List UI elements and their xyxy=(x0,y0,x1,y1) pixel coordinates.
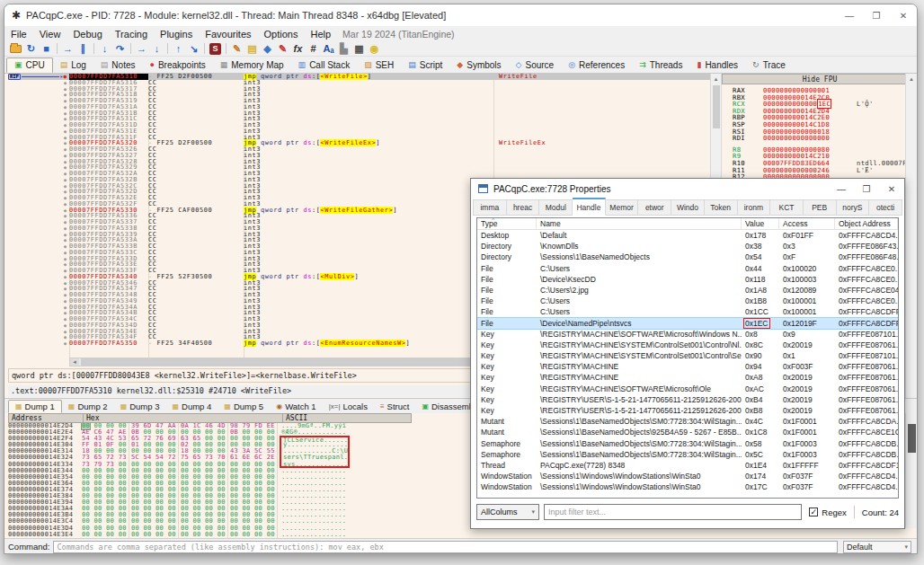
menu-favourites[interactable]: Favourites xyxy=(199,29,257,40)
tab-trace[interactable]: ↻Trace xyxy=(745,57,793,73)
column-access[interactable]: Access xyxy=(779,218,835,229)
regex-checkbox[interactable]: ✓ xyxy=(809,508,818,516)
tab-dump-5[interactable]: ▦Dump 5 xyxy=(218,400,270,413)
handle-row[interactable]: WindowStation\Sessions\1\Windows\WindowS… xyxy=(477,471,898,481)
calculator-icon[interactable]: ▦ xyxy=(351,42,367,56)
column-type[interactable]: Type˄ xyxy=(477,218,537,229)
column-value[interactable]: Value xyxy=(742,218,779,229)
handle-row[interactable]: Mutant\Sessions\1\BaseNamedObjects\SM0:7… xyxy=(477,416,898,427)
handle-row[interactable]: FileC:\Users0x440x1000200xFFFFCA8CE0... xyxy=(477,263,898,274)
run-to-user-code-icon[interactable]: ↘ xyxy=(186,42,201,56)
tab-watch-1[interactable]: ◉Watch 1 xyxy=(270,400,322,413)
scroll-up-arrow-icon[interactable]: ▴ xyxy=(711,74,721,84)
menu-debug[interactable]: Debug xyxy=(67,29,108,40)
run-icon[interactable]: → xyxy=(60,42,76,56)
handle-row[interactable]: Directory\KnownDlls0x380x30xFFFFE086F43.… xyxy=(477,241,898,252)
handle-row[interactable]: Key\REGISTRY\USER\S-1-5-21-1477065611-21… xyxy=(477,394,898,405)
dump-column-hex[interactable]: Hex xyxy=(84,413,283,423)
tab-cpu[interactable]: ▣CPU xyxy=(6,57,53,73)
handle-row[interactable]: Key\REGISTRY\MACHINE\SYSTEM\ControlSet00… xyxy=(477,340,898,350)
tab-dump-2[interactable]: ▦Dump 2 xyxy=(62,400,114,413)
lightbulb-icon[interactable]: ◉ xyxy=(367,42,382,56)
handle-row[interactable]: Key\REGISTRY\MACHINE\SOFTWARE\Microsoft\… xyxy=(477,329,898,340)
run-until-icon[interactable]: → xyxy=(134,42,149,56)
dialog-tab-handle[interactable]: Handle xyxy=(573,198,606,216)
menu-plugins[interactable]: Plugins xyxy=(154,29,199,40)
filter-input[interactable]: Input filter text... xyxy=(544,504,802,520)
trace-icon[interactable]: S xyxy=(208,42,223,56)
minimize-button[interactable]: — xyxy=(836,4,863,26)
tab-script[interactable]: ▤Script xyxy=(401,57,449,73)
handle-row[interactable]: File\Device\KsecDD0x1180x1000030xFFFFCA8… xyxy=(477,274,898,285)
tab-dump-3[interactable]: ▦Dump 3 xyxy=(114,400,166,413)
handle-row[interactable]: Semaphore\Sessions\1\BaseNamedObjects\SM… xyxy=(477,438,898,449)
menu-help[interactable]: Help xyxy=(304,29,337,40)
scrollbar-thumb[interactable] xyxy=(713,85,720,128)
stop-icon[interactable]: ■ xyxy=(39,42,54,56)
handle-row[interactable]: Desktop\Default0x1780xF01FF0xFFFFCA8CD4.… xyxy=(477,230,898,241)
dialog-tab-windo[interactable]: Windo xyxy=(671,199,705,216)
tab-source[interactable]: ◇Source xyxy=(509,57,562,73)
tab-threads[interactable]: ⇉Threads xyxy=(632,57,689,73)
handle-row[interactable]: FileC:\Users\2.jpg0x1A80x1200890xFFFFCA8… xyxy=(477,285,898,296)
handle-row[interactable]: Directory\Sessions\1\BaseNamedObjects0x5… xyxy=(477,252,898,262)
menu-options[interactable]: Options xyxy=(258,29,305,40)
open-file-icon[interactable] xyxy=(8,42,23,56)
font-case-icon[interactable]: Aₐ xyxy=(321,42,336,56)
hide-fpu-button[interactable]: Hide FPU xyxy=(722,74,918,84)
tab-memory-map[interactable]: ▦Memory Map xyxy=(213,57,291,73)
handle-row[interactable]: Key\REGISTRY\MACHINE0x940xF003F0xFFFFE08… xyxy=(477,361,898,372)
dialog-tab-norys[interactable]: noryS xyxy=(837,199,870,216)
column-name[interactable]: Name xyxy=(537,218,742,229)
right-edge-scrollbar[interactable]: ▴ xyxy=(905,74,917,528)
dialog-close-button[interactable]: ✕ xyxy=(879,179,904,199)
tab-call-stack[interactable]: ▥Call Stack xyxy=(291,57,358,73)
column-object-address[interactable]: Object Address xyxy=(835,218,898,229)
handle-row[interactable]: File\Device\NamedPipe\ntsvcs0x1EC0x12019… xyxy=(477,318,898,329)
tab-references[interactable]: ◎References xyxy=(561,57,632,73)
dialog-tab-peb[interactable]: PEB xyxy=(804,199,837,216)
dialog-tab-hreac[interactable]: hreac xyxy=(507,199,540,216)
scroll-up-arrow-icon[interactable]: ▴ xyxy=(906,74,917,84)
menu-file[interactable]: File xyxy=(4,29,33,40)
dump-pane[interactable]: 000000000014E2D400 00 00 0039 6D 47 AA0A… xyxy=(8,423,493,538)
patch-icon[interactable]: ✎ xyxy=(229,42,244,56)
handle-row[interactable]: Semaphore\Sessions\1\BaseNamedObjects\SM… xyxy=(477,449,898,460)
dialog-minimize-button[interactable]: — xyxy=(829,179,854,199)
command-input[interactable]: Commands are comma separated (like assem… xyxy=(53,541,838,553)
dialog-tab-memor[interactable]: Memor xyxy=(606,199,639,216)
handle-row[interactable]: FileC:\Users0x1CC0x1000010xFFFFCA8CDFF..… xyxy=(477,306,898,317)
title-bar[interactable]: ✱ PACqpC.exe - PID: 7728 - Module: kerne… xyxy=(4,4,917,26)
dialog-title-bar[interactable]: PACqpC.exe:7728 Properties — ❐ ✕ xyxy=(471,179,904,199)
handle-row[interactable]: Key\REGISTRY\MACHINE\SOFTWARE\Microsoft\… xyxy=(477,384,898,394)
tab-struct[interactable]: ≡Struct xyxy=(374,400,415,413)
settings-person-icon[interactable]: ▙ xyxy=(336,42,351,56)
handle-row[interactable]: Mutant\Sessions\1\BaseNamedObjects\925B4… xyxy=(477,427,898,437)
dialog-tab-token[interactable]: Token xyxy=(705,199,738,216)
profile-dropdown[interactable]: Default ▾ xyxy=(843,541,911,553)
dump-column-ascii[interactable]: ASCII xyxy=(283,413,412,423)
step-out-icon[interactable]: ↓ xyxy=(149,42,164,56)
handle-row[interactable]: Key\REGISTRY\MACHINE0xA80x200190xFFFFE08… xyxy=(477,372,898,383)
pause-icon[interactable]: ∥ xyxy=(76,42,91,56)
tab-breakpoints[interactable]: ●Breakpoints xyxy=(142,57,212,73)
handle-row[interactable]: Key\REGISTRY\USER\S-1-5-21-1477065611-21… xyxy=(477,405,898,416)
tab-symbols[interactable]: ◆Symbols xyxy=(449,57,508,73)
columns-filter-dropdown[interactable]: AllColums ▾ xyxy=(476,504,539,520)
dialog-tab-etwor[interactable]: etwor xyxy=(638,199,671,216)
tab-log[interactable]: ▤Log xyxy=(53,57,93,73)
dialog-maximize-button[interactable]: ❐ xyxy=(854,179,879,199)
dump-column-address[interactable]: Address xyxy=(8,413,84,423)
dialog-tab-ironm[interactable]: ironm xyxy=(738,199,771,216)
scrollbar-thumb[interactable] xyxy=(908,424,916,453)
restart-icon[interactable]: ↻ xyxy=(23,42,39,56)
register-row[interactable]: RDI0000000000000000 xyxy=(722,135,918,142)
tab-seh[interactable]: ▨SEH xyxy=(357,57,401,73)
tab-handles[interactable]: ▮Handles xyxy=(689,57,745,73)
menu-tracing[interactable]: Tracing xyxy=(109,29,154,40)
dialog-tab-kct[interactable]: KCT xyxy=(770,199,804,216)
dialog-tab-modul[interactable]: Modul xyxy=(539,199,573,216)
tab-dump-1[interactable]: ▦Dump 1 xyxy=(8,400,62,413)
tab-notes[interactable]: ▤Notes xyxy=(93,57,143,73)
scroll-left-arrow-icon[interactable]: ◂ xyxy=(70,358,79,366)
